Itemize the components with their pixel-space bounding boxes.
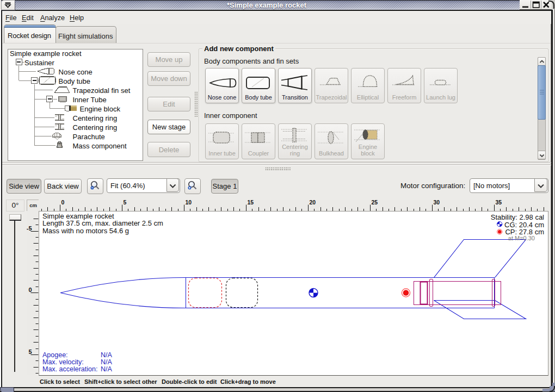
svg-text:15: 15 [248, 200, 254, 206]
svg-text:-5: -5 [27, 225, 32, 232]
svg-text:35: 35 [496, 200, 502, 206]
svg-text:0: 0 [28, 287, 32, 293]
svg-text:5: 5 [28, 349, 32, 355]
svg-text:0: 0 [61, 200, 65, 206]
svg-text:10: 10 [186, 200, 192, 206]
svg-text:20: 20 [310, 200, 316, 206]
svg-text:5: 5 [124, 200, 127, 206]
svg-text:25: 25 [372, 200, 378, 206]
svg-text:30: 30 [434, 200, 440, 206]
svg-text:kg: kg [58, 144, 61, 147]
